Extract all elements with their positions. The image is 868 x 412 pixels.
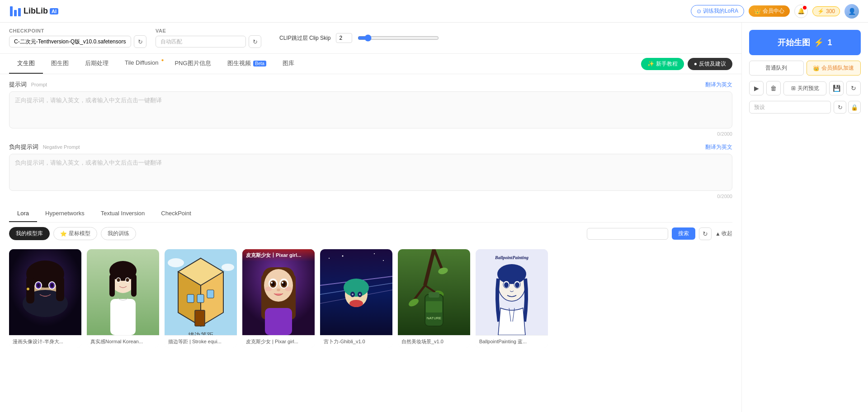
filter-star-models-button[interactable]: ⭐ 星标模型: [53, 227, 97, 240]
svg-point-67: [352, 294, 354, 295]
svg-rect-32: [207, 290, 214, 298]
model-card[interactable]: 皮克斯少女丨Pixar girl... 皮克斯少女 | Pixar girl..…: [242, 249, 315, 348]
svg-point-23: [117, 278, 120, 282]
svg-rect-0: [10, 6, 13, 16]
translate-positive-button[interactable]: 翻译为英文: [705, 81, 732, 89]
svg-rect-21: [131, 274, 137, 297]
model-filter-bar: 我的模型库 ⭐ 星标模型 我的训练 搜索 ↻: [9, 223, 732, 245]
vae-refresh-icon: ↻: [253, 38, 258, 45]
model-search-wrap: 搜索 ↻ ▲ 收起: [587, 227, 732, 240]
tab-text2img[interactable]: 文生图: [9, 54, 43, 74]
main-tabs: 文生图 图生图 后期处理 Tile Diffusion ● PNG图片信息 图生…: [9, 54, 302, 74]
vae-select[interactable]: 自动匹配: [156, 36, 246, 47]
tab-post-label: 后期处理: [85, 60, 108, 66]
generate-label: 开始生图: [778, 37, 810, 48]
model-card[interactable]: NATURE 自然美妆场景_v1.0: [398, 249, 470, 348]
action-row: ▶ 🗑 ⊞ 关闭预览 💾 ↻: [749, 81, 861, 95]
model-card-image: [242, 249, 315, 335]
model-card[interactable]: 真实感Normal Korean...: [87, 249, 159, 348]
train-lora-button[interactable]: ⊙ 训练我的LoRA: [691, 5, 744, 17]
lock-icon: 🔒: [851, 104, 858, 111]
tab-pnginfo[interactable]: PNG图片信息: [166, 54, 219, 74]
svg-rect-53: [265, 308, 292, 335]
svg-point-63: [344, 279, 369, 297]
delete-button[interactable]: 🗑: [766, 81, 781, 95]
tab-img2img-label: 图生图: [51, 60, 69, 66]
feedback-button[interactable]: ● 反馈及建议: [688, 58, 732, 70]
lightning-icon: ⚡: [817, 8, 824, 14]
tab-gallery[interactable]: 图库: [274, 54, 302, 74]
svg-point-52: [285, 287, 292, 291]
model-card-artwork: [87, 249, 159, 335]
model-card[interactable]: 宫卜力-Ghibli_v1.0: [320, 249, 392, 348]
tab-post[interactable]: 后期处理: [77, 54, 117, 74]
model-card[interactable]: 描边等距 描边等距 | Stroke equi...: [165, 249, 237, 348]
model-card-image: BallpointPainting: [476, 249, 548, 335]
model-search-button[interactable]: 搜索: [672, 227, 695, 240]
normal-queue-button[interactable]: 普通队列: [749, 61, 804, 76]
vip-queue-button[interactable]: 👑 会员插队加速: [807, 61, 861, 76]
refresh-settings-icon: ↻: [851, 85, 856, 92]
negative-prompt-input[interactable]: [9, 154, 732, 191]
prompt-section: 提示词 Prompt 翻译为英文 0/2000: [0, 74, 741, 143]
user-avatar[interactable]: 👤: [844, 4, 859, 19]
preset-select[interactable]: 预设: [749, 101, 831, 114]
svg-rect-1: [14, 10, 17, 16]
save-button[interactable]: 💾: [829, 81, 844, 95]
filter-my-library-button[interactable]: 我的模型库: [9, 227, 50, 240]
lora-section: Lora Hypernetworks Textual Inversion Che…: [0, 205, 741, 352]
refresh-settings-button[interactable]: ↻: [846, 81, 861, 95]
queue-row: 普通队列 👑 会员插队加速: [749, 61, 861, 76]
close-preview-button[interactable]: ⊞ 关闭预览: [783, 81, 826, 95]
svg-rect-18: [110, 299, 136, 335]
checkpoint-refresh-button[interactable]: ↻: [134, 35, 146, 48]
tabs-actions: ✨ 新手教程 ● 反馈及建议: [641, 58, 732, 70]
svg-rect-33: [195, 310, 205, 326]
model-search-input[interactable]: [587, 228, 668, 240]
tab-video[interactable]: 图生视频 Beta: [219, 54, 274, 74]
tab-tilediff[interactable]: Tile Diffusion ●: [117, 54, 166, 74]
model-card-artwork: NATURE: [398, 249, 470, 335]
logo[interactable]: LibLib AI: [9, 5, 58, 18]
checkpoint-label: CHECKPOINT: [9, 28, 146, 33]
translate-negative-button[interactable]: 翻译为英文: [705, 143, 732, 151]
tab-video-label: 图生视频: [227, 60, 251, 66]
tilediff-dot: ●: [161, 57, 164, 62]
positive-prompt-input[interactable]: [9, 91, 732, 128]
vae-refresh-button[interactable]: ↻: [249, 35, 261, 48]
preset-lock-button[interactable]: 🔒: [848, 101, 861, 114]
hypernetworks-tab-label: Hypernetworks: [45, 210, 85, 217]
clip-label: CLIP跳过层 Clip Skip: [279, 34, 330, 42]
vip-center-button[interactable]: 👑 会员中心: [749, 5, 790, 17]
tutorial-button[interactable]: ✨ 新手教程: [641, 58, 684, 70]
model-card-artwork: 描边等距: [165, 249, 237, 335]
model-card[interactable]: 漫画头像设计-半身大...: [9, 249, 81, 348]
notification-button[interactable]: 🔔: [794, 5, 808, 18]
generate-button[interactable]: 开始生图 ⚡ 1: [749, 30, 861, 55]
model-card[interactable]: BallpointPainting: [476, 249, 548, 348]
model-collapse-button[interactable]: ▲ 收起: [715, 230, 732, 237]
clip-skip-input[interactable]: [336, 33, 352, 43]
model-tab-textual-inversion[interactable]: Textual Inversion: [93, 205, 153, 222]
prompt-label: 提示词 Prompt: [9, 81, 47, 89]
model-card-artwork: [9, 249, 81, 335]
model-card-image: [87, 249, 159, 335]
model-tab-lora[interactable]: Lora: [9, 205, 37, 222]
model-tab-checkpoint[interactable]: CheckPoint: [153, 205, 199, 222]
svg-point-49: [282, 282, 283, 284]
model-card-artwork: [320, 249, 392, 335]
model-refresh-button[interactable]: ↻: [699, 227, 712, 240]
checkpoint-group: CHECKPOINT C-二次元-Tenthversion-Q版_v10.0.s…: [9, 28, 146, 48]
model-refresh-icon: ↻: [703, 230, 708, 237]
tutorial-label: 新手教程: [656, 60, 678, 68]
filter-my-training-button[interactable]: 我的训练: [101, 227, 136, 240]
close-preview-label: 关闭预览: [797, 85, 819, 92]
checkpoint-select[interactable]: C-二次元-Tenthversion-Q版_v10.0.safetensors: [9, 36, 131, 47]
model-tab-hypernetworks[interactable]: Hypernetworks: [37, 205, 93, 222]
textual-inversion-tab-label: Textual Inversion: [101, 210, 145, 217]
tab-img2img[interactable]: 图生图: [43, 54, 77, 74]
search-label: 搜索: [678, 230, 689, 237]
clip-skip-slider[interactable]: [358, 34, 439, 42]
preset-refresh-button[interactable]: ↻: [834, 101, 846, 114]
play-button[interactable]: ▶: [749, 81, 764, 95]
